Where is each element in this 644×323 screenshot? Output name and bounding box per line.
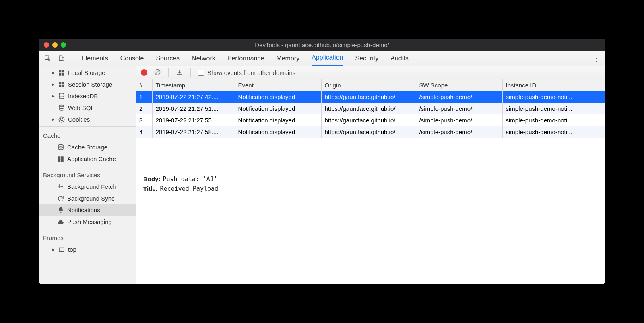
- zoom-window-button[interactable]: [61, 42, 66, 48]
- sidebar-item-session-storage[interactable]: ▶Session Storage: [39, 79, 136, 90]
- download-button[interactable]: [176, 68, 183, 77]
- sidebar-item-indexeddb[interactable]: ▶IndexedDB: [39, 90, 136, 102]
- sidebar-item-top[interactable]: ▶top: [39, 244, 136, 255]
- separator: [190, 68, 191, 77]
- inspect-element-icon[interactable]: [42, 53, 54, 64]
- column-header[interactable]: Timestamp: [152, 79, 235, 91]
- svg-rect-9: [59, 85, 61, 87]
- minimize-window-button[interactable]: [52, 42, 58, 48]
- sidebar-item-label: Background Fetch: [67, 183, 116, 190]
- tabbar: ElementsConsoleSourcesNetworkPerformance…: [39, 51, 605, 66]
- tab-sources[interactable]: Sources: [156, 51, 180, 66]
- sidebar-item-application-cache[interactable]: ▶Application Cache: [39, 153, 136, 165]
- sidebar-item-label: Cache Storage: [67, 144, 107, 151]
- cell-id: simple-push-demo-noti...: [502, 103, 605, 114]
- sidebar-item-background-sync[interactable]: ▶Background Sync: [39, 193, 136, 204]
- svg-rect-10: [62, 85, 64, 87]
- column-header[interactable]: Origin: [321, 79, 416, 91]
- separator: [72, 54, 72, 63]
- column-header[interactable]: Event: [235, 79, 321, 91]
- tab-application[interactable]: Application: [312, 51, 343, 66]
- expand-triangle-icon[interactable]: ▶: [51, 94, 55, 98]
- window-title: DevTools - gauntface.github.io/simple-pu…: [39, 41, 605, 48]
- expand-triangle-icon[interactable]: ▶: [51, 117, 55, 122]
- sidebar-item-push-messaging[interactable]: ▶Push Messaging: [39, 216, 136, 228]
- separator: [168, 68, 169, 77]
- device-toolbar-icon[interactable]: [56, 53, 67, 64]
- svg-point-18: [58, 144, 63, 146]
- svg-point-14: [60, 118, 61, 119]
- cell-or: https://gauntface.github.io/: [321, 91, 416, 103]
- svg-rect-23: [59, 248, 64, 251]
- events-table: #TimestampEventOriginSW ScopeInstance ID…: [136, 79, 605, 138]
- sidebar-item-label: Local Storage: [68, 69, 105, 76]
- sidebar-item-label: IndexedDB: [68, 93, 98, 99]
- details-body-label: Body:: [143, 176, 161, 183]
- cell-n: 4: [136, 126, 152, 138]
- sidebar-item-cookies[interactable]: ▶Cookies: [39, 114, 136, 125]
- svg-rect-6: [62, 73, 64, 75]
- sidebar-item-label: Session Storage: [68, 81, 112, 88]
- column-header[interactable]: Instance ID: [502, 79, 605, 91]
- tab-security[interactable]: Security: [355, 51, 378, 66]
- tab-network[interactable]: Network: [192, 51, 215, 66]
- clear-button[interactable]: [154, 68, 161, 77]
- traffic-lights: [44, 42, 66, 48]
- separator: [39, 166, 136, 166]
- show-events-checkbox-input[interactable]: [198, 70, 204, 76]
- grid-icon: [58, 81, 65, 88]
- tab-performance[interactable]: Performance: [227, 51, 264, 66]
- svg-rect-8: [62, 82, 64, 84]
- table-row[interactable]: 22019-07-22 21:27:51....Notification dis…: [136, 103, 605, 114]
- tab-elements[interactable]: Elements: [81, 51, 108, 66]
- show-events-label: Show events from other domains: [207, 69, 295, 76]
- table-row[interactable]: 12019-07-22 21:27:42....Notification dis…: [136, 91, 605, 103]
- devtools-window: DevTools - gauntface.github.io/simple-pu…: [39, 39, 605, 284]
- arrows-icon: [57, 183, 64, 190]
- cell-ts: 2019-07-22 21:27:55....: [152, 114, 235, 126]
- events-table-wrap[interactable]: #TimestampEventOriginSW ScopeInstance ID…: [136, 79, 605, 170]
- expand-triangle-icon[interactable]: ▶: [51, 82, 55, 87]
- sidebar-item-label: Background Sync: [67, 195, 115, 202]
- bell-icon: [57, 207, 64, 214]
- cell-or: https://gauntface.github.io/: [321, 126, 416, 138]
- db-icon: [58, 104, 65, 112]
- expand-triangle-icon[interactable]: ▶: [51, 70, 55, 75]
- sidebar-item-label: Cookies: [68, 116, 90, 123]
- close-window-button[interactable]: [44, 42, 49, 48]
- sidebar-item-local-storage[interactable]: ▶Local Storage: [39, 67, 136, 79]
- sidebar-item-web-sql[interactable]: ▶Web SQL: [39, 102, 136, 114]
- tab-console[interactable]: Console: [120, 51, 144, 66]
- expand-triangle-icon[interactable]: ▶: [51, 247, 55, 252]
- column-header[interactable]: #: [136, 79, 152, 91]
- svg-point-17: [62, 120, 63, 120]
- cell-or: https://gauntface.github.io/: [321, 114, 416, 126]
- table-row[interactable]: 42019-07-22 21:27:58....Notification dis…: [136, 126, 605, 138]
- sidebar-item-cache-storage[interactable]: ▶Cache Storage: [39, 141, 136, 153]
- record-button[interactable]: [141, 69, 147, 76]
- cell-ev: Notification displayed: [235, 91, 321, 103]
- sidebar-item-label: Push Messaging: [67, 218, 112, 225]
- sidebar-item-label: Notifications: [67, 207, 100, 213]
- table-row[interactable]: 32019-07-22 21:27:55....Notification dis…: [136, 114, 605, 126]
- details-body-value: Push data: 'A1': [163, 176, 217, 183]
- svg-rect-7: [59, 82, 61, 84]
- cell-sw: /simple-push-demo/: [416, 126, 502, 138]
- show-events-checkbox[interactable]: Show events from other domains: [198, 69, 295, 76]
- kebab-menu-icon[interactable]: ⋮: [590, 54, 602, 63]
- main-tabs: ElementsConsoleSourcesNetworkPerformance…: [81, 51, 588, 66]
- tab-memory[interactable]: Memory: [276, 51, 299, 66]
- sidebar-item-background-fetch[interactable]: ▶Background Fetch: [39, 181, 136, 193]
- grid-icon: [58, 69, 65, 77]
- event-details: Body: Push data: 'A1' Title: Received Pa…: [136, 170, 605, 201]
- sidebar-item-label: top: [68, 246, 76, 253]
- cell-id: simple-push-demo-noti...: [502, 114, 605, 126]
- cell-ev: Notification displayed: [235, 103, 321, 114]
- svg-rect-22: [61, 159, 64, 162]
- sidebar-section-bg-services: Background Services: [39, 168, 136, 181]
- svg-rect-20: [61, 156, 64, 159]
- tab-audits[interactable]: Audits: [390, 51, 408, 66]
- cell-ts: 2019-07-22 21:27:58....: [152, 126, 235, 138]
- sidebar-item-notifications[interactable]: ▶Notifications: [39, 204, 136, 216]
- column-header[interactable]: SW Scope: [416, 79, 502, 91]
